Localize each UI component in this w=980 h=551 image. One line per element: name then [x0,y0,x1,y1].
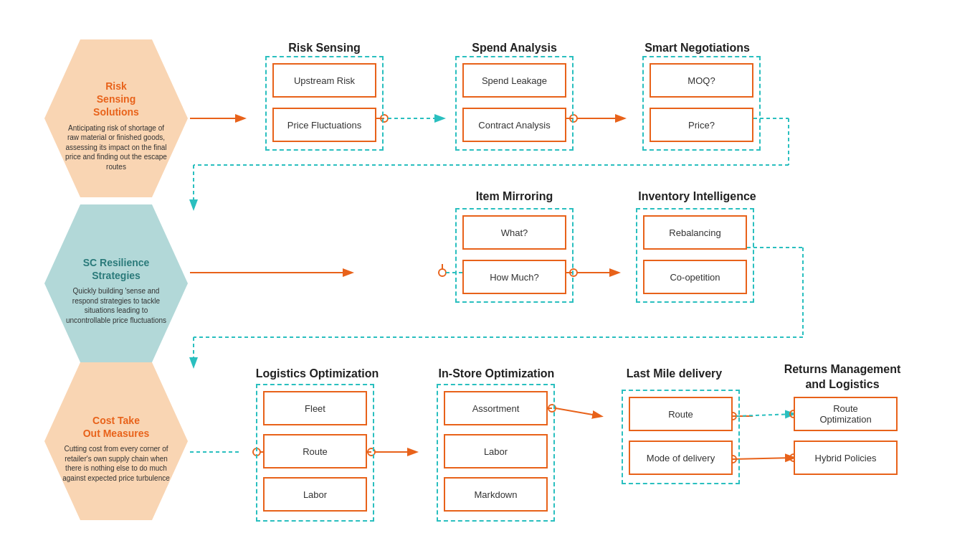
box-price-fluctuations: Price Fluctuations [272,108,376,142]
hex-cost-title: Cost Take Out Measures [62,414,170,440]
box-markdown: Markdown [444,477,548,512]
section-spend-analysis: Spend Analysis [462,42,566,55]
box-rebalancing: Rebalancing [643,215,747,250]
hex-cost-take-out: Cost Take Out Measures Cutting cost from… [44,362,188,520]
box-mode-of-delivery: Mode of delivery [629,441,733,475]
section-in-store-optimization: In-Store Optimization [430,367,563,380]
svg-point-3 [381,115,388,122]
box-upstream-risk: Upstream Risk [272,63,376,98]
box-route-logistics: Route [263,434,367,468]
box-hybrid-policies: Hybrid Policies [794,441,898,475]
box-what: What? [462,215,566,250]
box-route-last-mile: Route [629,397,733,431]
box-assortment: Assortment [444,391,548,425]
box-spend-leakage: Spend Leakage [462,63,566,98]
box-contract-analysis: Contract Analysis [462,108,566,142]
svg-line-38 [733,458,794,459]
box-co-opetition: Co-opetition [643,260,747,294]
hex-risk-sensing: Risk Sensing Solutions Anticipating risk… [44,39,188,197]
section-inventory-intelligence: Inventory Intelligence [627,190,767,203]
box-route-optimization: Route Optimization [794,397,898,431]
section-smart-negotiations: Smart Negotiations [631,42,763,55]
section-logistics-optimization: Logistics Optimization [251,367,384,380]
svg-point-14 [439,269,446,276]
svg-line-36 [736,414,794,416]
section-last-mile-delivery: Last Mile delivery [608,367,741,380]
main-canvas: Risk Sensing Solutions Anticipating risk… [0,0,980,551]
hex-sc-desc: Quickly building 'sense and respond stra… [62,286,170,325]
section-risk-sensing: Risk Sensing [272,42,376,55]
hex-sc-resilience: SC Resilience Strategies Quickly buildin… [44,204,188,362]
hex-sc-title: SC Resilience Strategies [62,256,170,282]
svg-point-17 [570,269,577,276]
svg-line-32 [556,408,601,416]
box-fleet: Fleet [263,391,367,425]
svg-point-25 [253,448,260,456]
svg-point-27 [368,448,375,456]
svg-point-30 [548,405,556,412]
box-price: Price? [650,108,753,142]
hex-cost-desc: Cutting cost from every corner of retail… [62,444,170,483]
hex-risk-desc: Anticipating risk of shortage of raw mat… [62,123,170,172]
svg-point-6 [570,115,577,122]
section-returns-management: Returns Management and Logistics [778,362,907,392]
box-how-much: How Much? [462,260,566,294]
hex-risk-title: Risk Sensing Solutions [62,80,170,119]
box-labor-store: Labor [444,434,548,468]
section-item-mirroring: Item Mirroring [462,190,566,203]
box-moq: MOQ? [650,63,753,98]
box-labor-logistics: Labor [263,477,367,512]
